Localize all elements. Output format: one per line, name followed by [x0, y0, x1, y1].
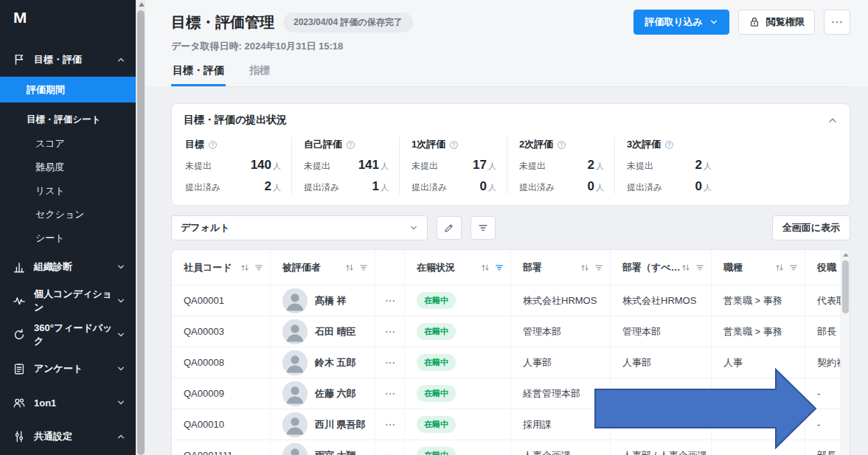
- tab-label: 目標・評価: [173, 64, 224, 76]
- app-logo[interactable]: M: [0, 1, 136, 27]
- ellipsis-icon: [384, 326, 396, 338]
- scroll-up-arrow-icon[interactable]: [843, 253, 849, 257]
- filter-icon[interactable]: [494, 263, 504, 273]
- sort-icon[interactable]: [480, 263, 490, 273]
- sidebar-item-label: セクション: [35, 208, 85, 221]
- sidebar-nav: 目標・評価評価期間目標・評価シートスコア難易度リストセクションシート組織診断個人…: [0, 43, 136, 454]
- cell-department-all: [611, 409, 712, 440]
- status-badge: 在籍中: [417, 416, 456, 433]
- job-type: -: [723, 450, 726, 455]
- preset-select-value: デフォルト: [181, 221, 230, 235]
- column-header-2: [375, 250, 405, 285]
- sidebar-scrollbar-thumb[interactable]: [137, 10, 145, 455]
- column-header-4: 部署: [511, 250, 611, 285]
- row-actions-button[interactable]: [375, 440, 405, 455]
- table-row[interactable]: QA0001111雨宮 大翔在籍中人事企画課人事部 / 人事企画課-部長: [172, 440, 850, 455]
- sidebar-item-survey[interactable]: アンケート: [0, 352, 136, 386]
- table-row[interactable]: QA00003石田 晴臣在籍中管理本部管理本部営業職 > 事務部長: [172, 316, 850, 347]
- sidebar-item-personal-condition[interactable]: 個人コンディション: [0, 284, 136, 318]
- stat-key: 提出済み: [627, 181, 662, 194]
- row-actions-button[interactable]: [375, 347, 405, 378]
- stat-unit: 人: [704, 161, 712, 170]
- view-permission-button[interactable]: 閲覧権限: [738, 10, 815, 35]
- stat-value: 2: [265, 179, 271, 193]
- sidebar-item-feedback-360[interactable]: 360°フィードバック: [0, 318, 136, 352]
- stat-value: 0: [480, 179, 487, 193]
- sidebar-item-goal-evaluation-sheet[interactable]: 目標・評価シート: [0, 107, 136, 132]
- sidebar-item-list[interactable]: リスト: [0, 179, 136, 203]
- stat-unsubmitted-row: 未提出141人: [304, 158, 389, 173]
- sidebar-item-sheet[interactable]: シート: [0, 226, 136, 250]
- sidebar-item-difficulty[interactable]: 難易度: [0, 156, 136, 179]
- more-options-button[interactable]: [824, 10, 850, 35]
- chevron-up-icon[interactable]: [827, 115, 838, 125]
- cell-status: 在籍中: [405, 316, 511, 347]
- filter-icon[interactable]: [254, 263, 264, 273]
- content-area: 目標・評価の提出状況 目標未提出140人提出済み2人自己評価未提出141人提出済…: [145, 87, 868, 455]
- sort-icon[interactable]: [774, 263, 785, 273]
- sidebar-item-evaluation-period[interactable]: 評価期間: [0, 77, 136, 103]
- stat-value-wrap: 0人: [480, 179, 496, 194]
- status-badge: 在籍中: [417, 447, 456, 455]
- table-scrollbar-thumb[interactable]: [842, 260, 849, 313]
- question-icon[interactable]: [208, 140, 218, 150]
- question-icon[interactable]: [664, 140, 674, 150]
- cell-job-type: 人事: [712, 347, 805, 378]
- filter-icon[interactable]: [358, 263, 369, 273]
- sidebar-item-label: 難易度: [35, 161, 64, 174]
- question-icon[interactable]: [346, 140, 355, 150]
- edit-preset-button[interactable]: [437, 216, 462, 240]
- tab-goal-evaluation[interactable]: 目標・評価: [171, 64, 226, 86]
- column-label: 部署（すべ…: [622, 261, 681, 274]
- ellipsis-icon: [384, 450, 396, 455]
- department: 株式会社HRMOS: [523, 294, 597, 308]
- submission-status-panel: 目標・評価の提出状況 目標未提出140人提出済み2人自己評価未提出141人提出済…: [171, 103, 850, 206]
- table-scrollbar[interactable]: [841, 250, 850, 455]
- sidebar-item-section[interactable]: セクション: [0, 203, 136, 226]
- table-row[interactable]: QA00001髙橋 祥在籍中株式会社HRMOS株式会社HRMOS営業職 > 事務…: [172, 285, 850, 316]
- tab-indicators[interactable]: 指標: [248, 64, 271, 86]
- department-all: 管理本部: [622, 325, 661, 338]
- filter-icon[interactable]: [788, 263, 799, 273]
- job-type: 人事: [723, 356, 743, 369]
- chevron-down-icon: [117, 296, 125, 305]
- stat-value: 141: [358, 158, 379, 172]
- table-row[interactable]: QA00009佐藤 六郎在籍中経営管理本部経営管理本部営業職 > 事務-: [172, 378, 850, 409]
- fullscreen-label: 全画面に表示: [782, 221, 840, 235]
- submission-stat: 3次評価未提出2人提出済み0人: [614, 136, 722, 194]
- row-actions-button[interactable]: [375, 409, 405, 440]
- page-title: 目標・評価管理: [171, 13, 274, 32]
- evaluation-import-button[interactable]: 評価取り込み: [633, 10, 729, 35]
- tab-bar: 目標・評価指標: [171, 64, 850, 87]
- clipboard-icon: [13, 362, 26, 375]
- sidebar-scrollbar[interactable]: [136, 0, 145, 455]
- row-actions-button[interactable]: [375, 378, 405, 409]
- stat-title: 自己評価: [304, 138, 342, 151]
- table-row[interactable]: QA00008鈴木 五郎在籍中人事部人事部人事契約社: [172, 347, 850, 378]
- scroll-up-arrow-icon[interactable]: [139, 2, 145, 7]
- filter-button[interactable]: [471, 216, 496, 240]
- sidebar-item-org-diagnosis[interactable]: 組織診断: [0, 250, 136, 284]
- question-icon[interactable]: [557, 140, 566, 150]
- sidebar-item-common-settings[interactable]: 共通設定: [0, 420, 136, 454]
- sidebar-item-one-on-one[interactable]: 1on1: [0, 386, 136, 420]
- fullscreen-button[interactable]: 全画面に表示: [772, 215, 850, 240]
- sort-icon[interactable]: [240, 263, 250, 273]
- preset-select[interactable]: デフォルト: [171, 215, 428, 240]
- sidebar-item-score[interactable]: スコア: [0, 132, 136, 156]
- stat-value-wrap: 1人: [372, 179, 389, 194]
- table-row[interactable]: QA00010西川 県吾郎在籍中採用課-: [172, 409, 850, 440]
- save-status-badge: 2023/04/04 評価の保存完了: [283, 13, 413, 32]
- sort-icon[interactable]: [580, 263, 590, 273]
- sort-icon[interactable]: [344, 263, 355, 273]
- row-actions-button[interactable]: [375, 316, 405, 347]
- avatar: [282, 381, 308, 406]
- sidebar-item-goal-evaluation[interactable]: 目標・評価: [0, 43, 136, 77]
- question-icon[interactable]: [449, 140, 459, 150]
- row-actions-button[interactable]: [375, 285, 405, 316]
- sort-icon[interactable]: [681, 263, 691, 273]
- sidebar-item-label: 360°フィードバック: [34, 322, 117, 348]
- submission-stat: 目標未提出140人提出済み2人: [184, 136, 291, 194]
- filter-icon[interactable]: [695, 263, 705, 273]
- filter-icon[interactable]: [594, 263, 604, 273]
